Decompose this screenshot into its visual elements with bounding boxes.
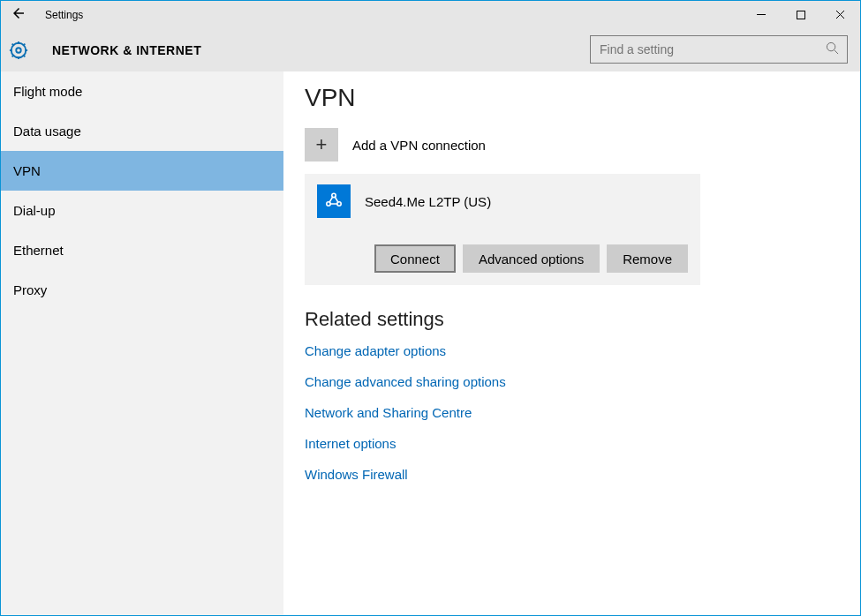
close-icon xyxy=(835,10,845,19)
sidebar: Flight mode Data usage VPN Dial-up Ether… xyxy=(1,71,283,615)
link-change-adapter-options[interactable]: Change adapter options xyxy=(305,343,860,358)
maximize-icon xyxy=(797,11,805,19)
related-settings-heading: Related settings xyxy=(305,308,860,331)
svg-line-18 xyxy=(335,197,338,202)
link-internet-options[interactable]: Internet options xyxy=(305,436,860,451)
settings-gear[interactable] xyxy=(1,41,36,60)
advanced-options-button[interactable]: Advanced options xyxy=(463,244,600,273)
plus-icon: + xyxy=(316,133,328,156)
section-title: NETWORK & INTERNET xyxy=(52,43,201,57)
add-vpn-row[interactable]: + Add a VPN connection xyxy=(305,128,860,162)
close-button[interactable] xyxy=(820,1,860,28)
minimize-icon xyxy=(757,11,766,19)
vpn-button-row: Connect Advanced options Remove xyxy=(317,244,688,273)
svg-rect-1 xyxy=(797,11,804,19)
page-heading: VPN xyxy=(305,84,860,112)
svg-line-13 xyxy=(834,50,837,54)
maximize-button[interactable] xyxy=(781,1,820,28)
vpn-connection-card[interactable]: Seed4.Me L2TP (US) Connect Advanced opti… xyxy=(305,174,700,285)
link-change-advanced-sharing[interactable]: Change advanced sharing options xyxy=(305,374,860,389)
search-icon xyxy=(826,41,839,55)
body: Flight mode Data usage VPN Dial-up Ether… xyxy=(1,71,860,615)
sidebar-item-vpn[interactable]: VPN xyxy=(1,151,283,191)
sidebar-item-flight-mode[interactable]: Flight mode xyxy=(1,71,283,111)
main-panel: VPN + Add a VPN connection xyxy=(283,71,860,615)
sidebar-item-ethernet[interactable]: Ethernet xyxy=(1,230,283,270)
search-input[interactable] xyxy=(591,42,817,56)
arrow-left-icon xyxy=(11,5,26,21)
add-vpn-button[interactable]: + xyxy=(305,128,338,162)
sidebar-item-dial-up[interactable]: Dial-up xyxy=(1,191,283,230)
remove-button[interactable]: Remove xyxy=(607,244,688,273)
add-vpn-label: Add a VPN connection xyxy=(352,138,486,153)
sidebar-item-proxy[interactable]: Proxy xyxy=(1,270,283,310)
back-button[interactable] xyxy=(1,5,36,24)
svg-line-17 xyxy=(329,197,333,202)
titlebar: Settings xyxy=(1,1,860,28)
link-network-sharing-centre[interactable]: Network and Sharing Centre xyxy=(305,405,860,420)
svg-rect-0 xyxy=(757,14,766,15)
link-windows-firewall[interactable]: Windows Firewall xyxy=(305,467,860,482)
header: NETWORK & INTERNET xyxy=(1,28,860,71)
vpn-connection-name: Seed4.Me L2TP (US) xyxy=(365,194,491,209)
vpn-connection-header: Seed4.Me L2TP (US) xyxy=(317,184,688,218)
connect-button[interactable]: Connect xyxy=(374,244,456,273)
vpn-connection-icon xyxy=(317,184,351,218)
window-title: Settings xyxy=(45,9,83,21)
network-icon xyxy=(323,191,344,212)
window-controls xyxy=(741,1,860,28)
gear-icon xyxy=(9,41,28,60)
svg-point-12 xyxy=(827,42,835,50)
search-button[interactable] xyxy=(817,41,847,57)
sidebar-item-data-usage[interactable]: Data usage xyxy=(1,111,283,151)
minimize-button[interactable] xyxy=(741,1,781,28)
svg-point-3 xyxy=(16,48,21,53)
search-box[interactable] xyxy=(590,35,848,64)
